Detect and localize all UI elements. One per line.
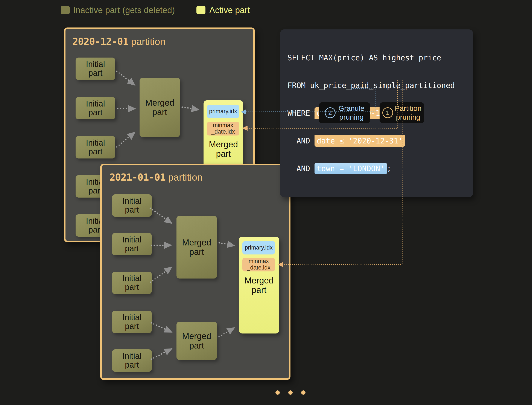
primary-idx-chip: primary.idx [242,241,275,255]
initial-part: Initial part [76,58,115,80]
sql-line-2: FROM uk_price_paid_simple_partitioned [288,80,466,91]
minmax-date-idx-chip: minmax _date.idx [207,122,239,135]
merged-part-inactive: Merged part [140,78,180,137]
initial-part: Initial part [112,272,152,294]
active-merged-label: Merged part [239,276,279,295]
partition-date: 2020-12-01 [72,36,128,47]
step-2-badge: 2 [325,107,336,118]
initial-part: Initial part [76,97,115,119]
sql-line-1: SELECT MAX(price) AS highest_price [288,53,466,63]
merged-part-inactive: Merged part [176,216,217,278]
initial-part: Initial part [112,311,152,333]
legend-active-swatch [196,6,205,14]
town-highlight: town = 'LONDON' [315,163,387,174]
partition-title: 2020-12-01 partition [72,36,166,47]
legend-inactive-swatch [61,6,70,14]
partition-date: 2021-01-01 [109,172,166,183]
granule-pruning-label: 2 Granulepruning [319,102,370,123]
partition-pruning-label: 1 Partitionpruning [380,102,424,123]
carousel-dot[interactable] [276,390,280,395]
sql-line-5: AND town = 'LONDON'; [288,163,466,174]
primary-idx-chip: primary.idx [207,105,239,118]
minmax-date-idx-chip: minmax _date.idx [242,258,275,271]
merged-part-inactive: Merged part [176,322,217,360]
diagram-canvas: Inactive part (gets deleted) Active part… [0,0,532,405]
active-merged-part: primary.idx minmax _date.idx Merged part [239,237,279,333]
legend-active-label: Active part [209,6,250,14]
sql-line-4: AND date ≤ '2020-12-31' [288,136,466,146]
step-1-badge: 1 [382,107,393,118]
initial-part: Initial part [112,349,152,372]
carousel-dot[interactable] [301,390,305,395]
initial-part: Initial part [76,136,115,158]
partition-word: partition [131,36,165,47]
partition-word: partition [168,172,202,183]
active-merged-label: Merged part [203,140,243,158]
partition-title: 2021-01-01 partition [109,172,203,183]
sql-line-3: WHERE date ≥ '2020-12-01' [288,108,466,119]
initial-part: Initial part [112,194,152,217]
active-merged-part: primary.idx minmax _date.idx Merged part [203,100,243,168]
legend-inactive-label: Inactive part (gets deleted) [73,6,175,14]
carousel-dot[interactable] [288,390,293,395]
sql-query-block: SELECT MAX(price) AS highest_price FROM … [280,29,473,197]
date-to-highlight: date ≤ '2020-12-31' [315,135,405,147]
initial-part: Initial part [112,233,152,255]
